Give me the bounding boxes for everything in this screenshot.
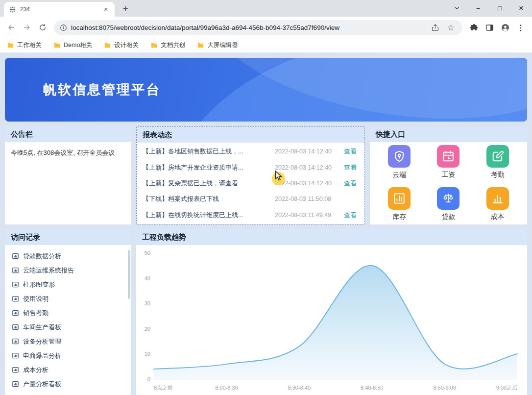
extensions-puzzle-icon[interactable] xyxy=(466,20,481,35)
visit-record-item[interactable]: 柱形图变形 xyxy=(5,277,131,292)
quick-entry-item[interactable]: 贷款 xyxy=(437,187,459,222)
folder-icon xyxy=(104,42,111,49)
visit-record-item[interactable]: 销售考勤 xyxy=(5,306,131,320)
quick-entry-item[interactable]: 成本 xyxy=(486,187,509,222)
view-link[interactable]: 查看 xyxy=(344,147,359,156)
news-item-text[interactable]: 【上新】各地区销售数据已上线，... xyxy=(143,147,271,156)
news-item[interactable]: 【上新】房地产开发企业资质申请... 2022-08-03 14:12:40 查… xyxy=(143,160,359,175)
news-item[interactable]: 【上新】复杂票据已上线，请查看 2022-08-03 14:12:40 查看 xyxy=(143,175,359,191)
visit-record-item[interactable]: 产量分析看板 xyxy=(5,377,131,391)
tab-strip: 234 × + – □ × xyxy=(0,0,532,17)
bookmark-label: 文档共创 xyxy=(161,41,185,49)
quick-entry-header: 快捷入口 xyxy=(370,126,527,142)
share-icon[interactable] xyxy=(429,22,441,33)
bookmark-folder[interactable]: 文档共创 xyxy=(150,41,185,49)
address-bar[interactable]: localhost:8075/webroot/decision/data/por… xyxy=(54,20,462,35)
visit-record-item[interactable]: 电商爆品分析 xyxy=(5,348,131,363)
bookmark-folder[interactable]: 工作相关 xyxy=(7,41,42,49)
news-item[interactable]: 【下线】档案式报表已下线 2022-08-03 11:50:08 xyxy=(143,191,359,207)
visit-record-label: 车间生产看板 xyxy=(23,323,61,332)
announcement-header: 公告栏 xyxy=(5,126,131,142)
back-button[interactable] xyxy=(4,20,19,35)
quick-entry-label: 贷款 xyxy=(441,213,455,222)
quick-entry-item[interactable]: 工资 xyxy=(437,145,459,179)
svg-text:10: 10 xyxy=(145,351,150,357)
load-trend-title: 工程负载趋势 xyxy=(142,233,186,242)
tab-title: 234 xyxy=(20,6,98,13)
url-text[interactable]: localhost:8075/webroot/decision/data/por… xyxy=(71,24,425,31)
maximize-button[interactable]: □ xyxy=(489,0,510,16)
quick-entry-label: 考勤 xyxy=(491,171,505,179)
quick-entry-grid: 云端 工资 考勤 库存 xyxy=(370,142,527,224)
bookmark-label: 设计相关 xyxy=(114,41,139,49)
quick-entry-item[interactable]: 考勤 xyxy=(486,145,509,179)
visit-record-label: 云端运维系统报告 xyxy=(23,266,74,275)
bookmark-label: 大屏编辑器 xyxy=(207,41,238,49)
news-item-time: 2022-08-03 14:12:40 xyxy=(275,148,340,155)
quick-entry-label: 成本 xyxy=(491,213,505,222)
svg-text:9:00之后: 9:00之后 xyxy=(496,385,517,391)
close-button[interactable]: × xyxy=(510,0,532,16)
visit-record-item[interactable]: 云端运维系统报告 xyxy=(5,263,131,277)
news-item-text[interactable]: 【上新】房地产开发企业资质申请... xyxy=(143,163,271,172)
site-info-icon[interactable] xyxy=(60,24,67,31)
visit-record-item[interactable]: 使用说明 xyxy=(5,292,131,306)
browser-tab[interactable]: 234 × xyxy=(4,2,115,17)
announcement-title: 公告栏 xyxy=(11,130,33,139)
tab-close-icon[interactable]: × xyxy=(102,5,110,13)
visit-record-label: 使用说明 xyxy=(23,295,48,303)
window-controls: – □ × xyxy=(446,0,532,16)
news-item-time: 2022-08-03 11:49:49 xyxy=(275,212,340,219)
bookmark-folder[interactable]: Demo相关 xyxy=(53,41,92,49)
visit-record-item[interactable]: 成本分析 xyxy=(5,363,131,377)
news-item-time: 2022-08-03 11:50:08 xyxy=(275,196,340,202)
bookmark-folder[interactable]: 大屏编辑器 xyxy=(197,41,238,49)
news-item-time: 2022-08-03 14:12:40 xyxy=(275,180,340,187)
report-icon xyxy=(12,323,19,331)
profile-avatar-icon[interactable] xyxy=(498,20,512,35)
news-list: 【上新】各地区销售数据已上线，... 2022-08-03 14:12:40 查… xyxy=(137,143,364,224)
quick-entry-label: 云端 xyxy=(392,171,406,179)
view-link[interactable]: 查看 xyxy=(344,179,359,188)
news-item[interactable]: 【上新】在线切换统计维度已上线... 2022-08-03 11:49:49 查… xyxy=(143,207,359,223)
view-link[interactable]: 查看 xyxy=(344,211,359,220)
visit-history-list: 贷款数据分析 云端运维系统报告 柱形图变形 xyxy=(5,245,131,395)
tab-search-chevron-icon[interactable] xyxy=(446,0,467,16)
globe-icon xyxy=(9,6,16,13)
new-tab-button[interactable]: + xyxy=(119,2,132,16)
side-panel-icon[interactable] xyxy=(482,20,497,35)
news-item-text[interactable]: 【上新】在线切换统计维度已上线... xyxy=(143,211,271,220)
salary-calendar-icon xyxy=(441,149,455,163)
report-icon xyxy=(12,267,19,274)
bookmark-folder[interactable]: 设计相关 xyxy=(104,41,139,49)
news-item-text[interactable]: 【下线】档案式报表已下线 xyxy=(143,195,271,203)
news-item[interactable]: 【上新】各地区销售数据已上线，... 2022-08-03 14:12:40 查… xyxy=(143,144,359,159)
bookmark-label: 工作相关 xyxy=(17,41,42,49)
folder-icon xyxy=(53,42,61,49)
quick-entry-item[interactable]: 云端 xyxy=(388,145,411,179)
news-item-text[interactable]: 【上新】复杂票据已上线，请查看 xyxy=(143,179,271,188)
refresh-button[interactable] xyxy=(35,20,50,35)
bookmark-star-icon[interactable]: ☆ xyxy=(445,22,457,33)
visit-record-label: 贷款数据分析 xyxy=(23,252,61,261)
visit-record-item[interactable]: 车间生产看板 xyxy=(5,320,131,334)
scrollbar-thumb[interactable] xyxy=(128,250,130,299)
svg-text:8:40-8:50: 8:40-8:50 xyxy=(361,385,383,391)
svg-text:8:00-8:30: 8:00-8:30 xyxy=(215,385,238,391)
visit-record-label: 设备分析管理 xyxy=(23,337,61,346)
news-panel[interactable]: 报表动态 【上新】各地区销售数据已上线，... 2022-08-03 14:12… xyxy=(136,126,365,224)
announcement-content: 今晚5点, 在308会议室, 召开全员会议 xyxy=(5,142,131,164)
report-icon xyxy=(12,352,19,359)
news-header: 报表动态 xyxy=(137,127,364,143)
load-trend-panel: 工程负载趋势 010203040508点之前8:00-8:308:30-8:40… xyxy=(136,229,527,395)
visit-record-item[interactable]: 贷款数据分析 xyxy=(5,249,131,263)
forward-button[interactable] xyxy=(20,20,34,35)
visit-record-item[interactable]: 设备分析管理 xyxy=(5,334,131,348)
menu-kebab-icon[interactable]: ⋮ xyxy=(513,20,528,35)
quick-entry-title: 快捷入口 xyxy=(376,130,405,139)
minimize-button[interactable]: – xyxy=(467,0,489,16)
svg-text:30: 30 xyxy=(145,300,150,306)
inventory-chart-icon xyxy=(392,192,406,205)
quick-entry-item[interactable]: 库存 xyxy=(388,187,411,222)
view-link[interactable]: 查看 xyxy=(344,163,359,172)
